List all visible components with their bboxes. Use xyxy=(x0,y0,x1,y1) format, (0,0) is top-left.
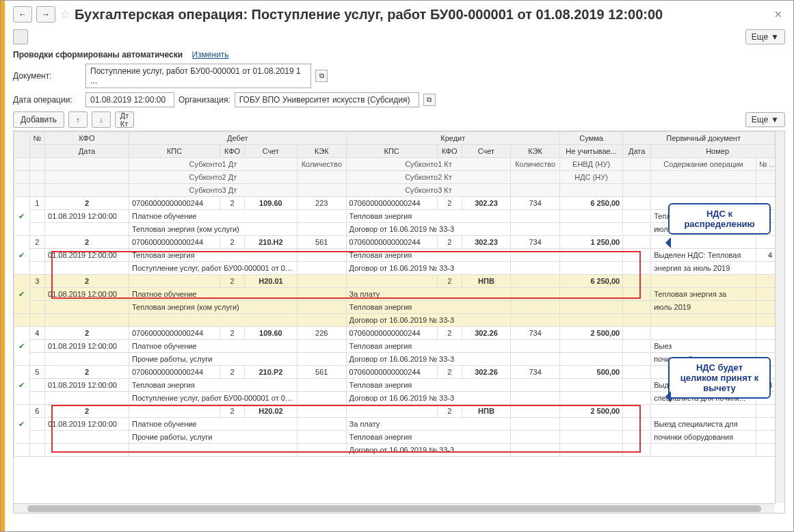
col-credit[interactable]: Кредит xyxy=(346,132,559,145)
opdate-label: Дата операции: xyxy=(13,95,81,105)
orange-accent-bar xyxy=(1,1,5,531)
col-d-schet[interactable]: Счет xyxy=(245,145,297,158)
vertical-scrollbar[interactable] xyxy=(775,131,784,503)
col-k-kek[interactable]: КЭК xyxy=(511,145,560,158)
org-label: Организация: xyxy=(178,95,230,105)
open-org-icon[interactable]: ⧉ xyxy=(423,94,436,106)
dtkt-button[interactable]: ДтКт xyxy=(115,111,134,128)
col-num[interactable]: № xyxy=(29,132,45,145)
callout-nds-vychet: НДС будет целиком принят к вычету xyxy=(668,357,771,399)
opdate-field[interactable]: 01.08.2019 12:00:00 xyxy=(85,92,174,107)
add-button[interactable]: Добавить xyxy=(13,111,64,128)
page-title: Бухгалтерская операция: Поступление услу… xyxy=(75,7,767,23)
forward-button[interactable]: → xyxy=(36,6,55,23)
col-check xyxy=(14,132,30,158)
back-button[interactable]: ← xyxy=(13,6,32,23)
move-up-button[interactable]: ↑ xyxy=(68,111,88,128)
org-field[interactable]: ГОБУ ВПО Университет искусств (Субсидия) xyxy=(235,92,419,107)
col-kfo[interactable]: КФО xyxy=(45,132,129,145)
col-sum[interactable]: Сумма xyxy=(560,132,623,145)
postings-grid[interactable]: НДС к распределению НДС будет целиком пр… xyxy=(13,131,785,514)
document-label: Документ: xyxy=(13,71,81,81)
change-link[interactable]: Изменить xyxy=(191,50,228,59)
more-button-top[interactable]: Еще ▼ xyxy=(745,29,785,44)
nav-bar: ← → ☆ Бухгалтерская операция: Поступлени… xyxy=(13,6,785,23)
doc-icon-btn[interactable] xyxy=(13,29,28,44)
col-primary[interactable]: Первичный документ xyxy=(623,132,784,145)
col-d-kfo[interactable]: КФО xyxy=(220,145,245,158)
auto-postings-label: Проводки сформированы автоматически Изме… xyxy=(13,50,785,59)
more-button-grid[interactable]: Еще ▼ xyxy=(745,112,785,127)
move-down-button[interactable]: ↓ xyxy=(92,111,111,128)
open-document-icon[interactable]: ⧉ xyxy=(315,70,328,82)
col-d-kps[interactable]: КПС xyxy=(129,145,220,158)
col-d-kek[interactable]: КЭК xyxy=(297,145,346,158)
col-date[interactable]: Дата xyxy=(45,145,129,158)
col-pnum[interactable]: Номер xyxy=(651,145,784,158)
horizontal-scrollbar[interactable] xyxy=(14,503,775,513)
col-k-kfo[interactable]: КФО xyxy=(437,145,462,158)
col-k-schet[interactable]: Счет xyxy=(462,145,511,158)
col-k-kps[interactable]: КПС xyxy=(346,145,437,158)
col-pdate[interactable]: Дата xyxy=(623,145,651,158)
col-neuch[interactable]: Не учитывае... xyxy=(560,145,623,158)
callout-nds-raspred: НДС к распределению xyxy=(668,203,771,235)
close-icon[interactable]: ✕ xyxy=(771,6,785,23)
document-field[interactable]: Поступление услуг, работ БУ00-000001 от … xyxy=(85,64,311,88)
col-debit[interactable]: Дебет xyxy=(129,132,347,145)
favorite-star-icon[interactable]: ☆ xyxy=(59,7,70,22)
